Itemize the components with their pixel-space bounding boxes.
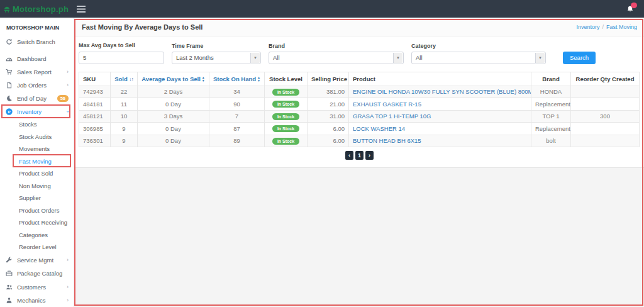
sort-icon: ↓↑ <box>129 76 133 82</box>
pagination: ‹ 1 › <box>75 151 644 160</box>
pagination-next-button[interactable]: › <box>365 151 374 160</box>
column-header-selling-price: Selling Price <box>308 72 349 86</box>
helmet-icon <box>3 5 11 13</box>
sidebar-item-label: End of Day <box>17 95 47 102</box>
product-cell: ENGINE OIL HONDA 10W30 FULLY SYN SCOOTER… <box>349 86 531 98</box>
category-group: Category All ▼ <box>411 43 546 64</box>
sidebar-item-reorder-level[interactable]: Reorder Level <box>0 241 74 254</box>
brand-cell: Replacement <box>531 98 571 111</box>
brand-select[interactable]: All ▼ <box>269 52 404 64</box>
sidebar-item-non-moving[interactable]: Non Moving <box>0 180 74 193</box>
refresh-icon <box>5 38 13 45</box>
column-header-sold[interactable]: Sold ↓↑ <box>111 72 138 86</box>
sidebar-item-label: Customers <box>17 284 46 291</box>
sidebar-item-label: Job Orders <box>17 82 47 89</box>
max-avg-days-label: Max Avg Days to Sell <box>79 42 164 48</box>
table-row: 484181 11 0 Day 90 In Stock 21.00 EXHAUS… <box>79 98 640 111</box>
users-icon <box>5 284 13 291</box>
max-avg-days-input[interactable] <box>79 52 164 64</box>
stock-on-hand-cell: 34 <box>209 86 265 98</box>
sidebar-item-sales-report[interactable]: Sales Report › <box>0 65 74 79</box>
product-link[interactable]: GRASA TOP 1 HI-TEMP 10G <box>353 113 431 120</box>
product-cell: EXHAUST GASKET R-15 <box>349 98 531 111</box>
sidebar-item-dashboard[interactable]: Dashboard <box>0 52 74 65</box>
sidebar-item-service-mgmt[interactable]: Service Mgmt › <box>0 254 74 267</box>
sidebar-item-movements[interactable]: Movements <box>0 143 74 155</box>
column-header-stock-on-hand[interactable]: Stock On Hand▲▼ <box>209 72 265 86</box>
sidebar-item-label: Service Mgmt <box>17 257 53 264</box>
reorder-qty-cell <box>571 123 640 135</box>
product-link[interactable]: LOCK WASHER 14 <box>353 125 405 132</box>
stock-level-cell: In Stock <box>265 123 308 135</box>
sidebar-item-customers[interactable]: Customers › <box>0 281 74 294</box>
content-header: Fast Moving By Average Days to Sell Inve… <box>75 18 644 36</box>
sidebar-item-label: Mechanics <box>17 297 45 304</box>
stock-level-cell: In Stock <box>265 110 308 123</box>
category-label: Category <box>411 43 546 49</box>
column-header-brand: Brand <box>531 72 571 86</box>
inventory-submenu: Stocks Stock Audits Movements Fast Movin… <box>0 118 74 254</box>
dashboard-icon <box>5 55 13 62</box>
product-link[interactable]: EXHAUST GASKET R-15 <box>353 101 421 108</box>
sold-cell: 22 <box>111 86 138 98</box>
breadcrumb-fast-moving-link[interactable]: Fast Moving <box>606 24 637 30</box>
sidebar-item-package-catalog[interactable]: Package Catalog <box>0 267 74 281</box>
sidebar-item-inventory[interactable]: P Inventory › <box>0 105 74 118</box>
in-stock-badge: In Stock <box>272 101 299 108</box>
column-header-avg-days[interactable]: Average Days to Sell▲▼ <box>138 72 209 86</box>
sort-icon: ▲▼ <box>257 76 260 82</box>
sku-cell: 306985 <box>79 123 111 135</box>
product-cell: BUTTON HEAD BH 6X15 <box>349 135 531 147</box>
brand-text: Motorshop.ph <box>13 4 69 14</box>
table-header-row: SKU Sold ↓↑ Average Days to Sell▲▼ Stock… <box>79 72 640 86</box>
category-select[interactable]: All ▼ <box>411 52 546 64</box>
top-navbar: Motorshop.ph <box>0 0 644 18</box>
caret-down-icon: ▼ <box>535 53 545 63</box>
sidebar-item-job-orders[interactable]: Job Orders › <box>0 79 74 92</box>
sidebar-item-stock-audits[interactable]: Stock Audits <box>0 131 74 143</box>
brand-cell: HONDA <box>531 86 571 98</box>
product-link[interactable]: ENGINE OIL HONDA 10W30 FULLY SYN SCOOTER… <box>353 88 531 95</box>
sku-cell: 742943 <box>79 86 111 98</box>
sidebar-item-product-receiving[interactable]: Product Receiving <box>0 216 74 229</box>
brand-logo[interactable]: Motorshop.ph <box>0 4 72 14</box>
sidebar-item-end-of-day[interactable]: End of Day 56 <box>0 92 74 105</box>
menu-icon[interactable] <box>77 6 86 13</box>
in-stock-badge: In Stock <box>272 89 299 96</box>
sold-cell: 11 <box>111 98 138 111</box>
main-content: Fast Moving By Average Days to Sell Inve… <box>75 18 644 307</box>
sidebar-item-mechanics[interactable]: Mechanics › <box>0 294 74 307</box>
sidebar-item-switch-branch[interactable]: Switch Branch <box>0 35 74 48</box>
chevron-right-icon: › <box>67 298 69 303</box>
sidebar-item-stocks[interactable]: Stocks <box>0 118 74 131</box>
fast-moving-panel: Max Avg Days to Sell Time Frame Last 2 M… <box>75 36 644 168</box>
pagination-page-1-button[interactable]: 1 <box>355 151 364 160</box>
avg-days-cell: 3 Days <box>138 110 209 123</box>
notification-badge <box>631 3 637 8</box>
avg-days-cell: 0 Day <box>138 98 209 111</box>
package-icon <box>5 270 13 277</box>
sidebar-item-supplier[interactable]: Supplier <box>0 192 74 204</box>
category-value: All <box>416 54 423 61</box>
sidebar-item-product-orders[interactable]: Product Orders <box>0 204 74 217</box>
sidebar-item-categories[interactable]: Categories <box>0 229 74 242</box>
reorder-qty-cell: 300 <box>571 110 640 123</box>
notifications-button[interactable] <box>626 5 634 13</box>
sidebar-item-label: Inventory <box>17 108 42 115</box>
sku-cell: 484181 <box>79 98 111 111</box>
sidebar-item-label: Switch Branch <box>17 38 55 45</box>
sidebar-item-product-sold[interactable]: Product Sold <box>0 167 74 180</box>
avg-days-cell: 2 Days <box>138 86 209 98</box>
sidebar-header: MOTORSHOP MAIN <box>0 18 74 35</box>
product-link[interactable]: BUTTON HEAD BH 6X15 <box>353 137 421 144</box>
brand-value: All <box>273 54 280 61</box>
stock-on-hand-cell: 90 <box>209 98 265 111</box>
column-header-product: Product <box>349 72 531 86</box>
pagination-prev-button[interactable]: ‹ <box>345 151 353 160</box>
cart-icon <box>5 69 13 75</box>
sidebar-item-fast-moving[interactable]: Fast Moving <box>0 155 74 168</box>
time-frame-select[interactable]: Last 2 Months ▼ <box>172 52 261 64</box>
caret-down-icon: ▼ <box>393 53 402 63</box>
search-button[interactable]: Search <box>563 52 596 64</box>
breadcrumb-inventory-link[interactable]: Inventory <box>576 24 599 30</box>
